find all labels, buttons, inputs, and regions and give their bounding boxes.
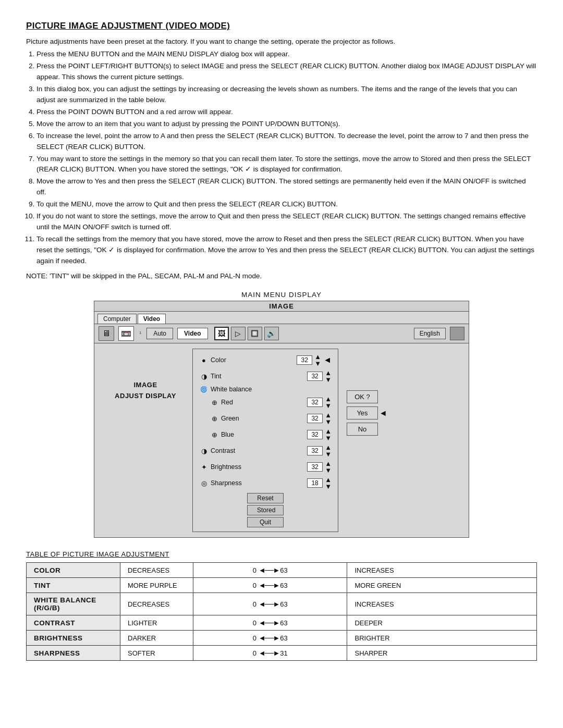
- red-arrows[interactable]: ▲▼: [325, 396, 332, 409]
- yes-arrow: ◄: [379, 409, 387, 418]
- tint-right: MORE GREEN: [347, 578, 537, 593]
- step-10: If you do not want to store the settings…: [36, 211, 537, 233]
- adjustment-table: COLOR DECREASES 0 ◄──► 63 INCREASES TINT…: [26, 562, 537, 661]
- tint-label: Tint: [211, 373, 305, 380]
- table-title: TABLE OF PICTURE IMAGE ADJUSTMENT: [26, 550, 537, 558]
- color-range: 0 ◄──► 63: [193, 563, 347, 578]
- sharpness-row: ◎ Sharpness 18 ▲▼: [199, 476, 332, 490]
- red-value: 32: [307, 398, 323, 407]
- contrast-icon: ◑: [199, 447, 209, 455]
- diagram-title: MAIN MENU DISPLAY: [241, 291, 322, 299]
- color-arrows[interactable]: ▲▼: [314, 353, 321, 367]
- blue-icon: ⊕: [210, 431, 219, 439]
- green-label: Green: [221, 415, 305, 422]
- wb-label-cell: WHITE BALANCE (R/G/B): [27, 593, 120, 615]
- auto-button[interactable]: Auto: [146, 328, 173, 339]
- tint-icon: ◑: [199, 373, 209, 380]
- yes-box[interactable]: Yes: [347, 406, 378, 419]
- table-row: BRIGHTNESS DARKER 0 ◄──► 63 BRIGHTER: [27, 631, 537, 646]
- step-6: To increase the level, point the arrow t…: [36, 131, 537, 153]
- contrast-range: 0 ◄──► 63: [193, 615, 347, 631]
- contrast-label-cell: CONTRAST: [27, 615, 120, 631]
- brightness-arrows[interactable]: ▲▼: [325, 460, 332, 474]
- display-icon[interactable]: ▷: [231, 327, 246, 340]
- toolbar-english[interactable]: English: [414, 328, 446, 339]
- tint-label-cell: TINT: [27, 578, 120, 593]
- quit-button[interactable]: Quit: [247, 517, 284, 527]
- table-row: COLOR DECREASES 0 ◄──► 63 INCREASES: [27, 563, 537, 578]
- panel-buttons: Reset Stored Quit: [199, 493, 332, 527]
- red-label: Red: [221, 399, 305, 406]
- contrast-value: 32: [307, 446, 323, 455]
- ok-box: OK ?: [347, 390, 378, 403]
- color-left: DECREASES: [120, 563, 193, 578]
- wb-left: DECREASES: [120, 593, 193, 615]
- sharpness-icon: ◎: [199, 479, 209, 487]
- green-icon: ⊕: [210, 415, 219, 423]
- brightness-label-cell: BRIGHTNESS: [27, 631, 120, 646]
- contrast-row: ◑ Contrast 32 ▲▼: [199, 444, 332, 458]
- color-right: INCREASES: [347, 563, 537, 578]
- stored-button[interactable]: Stored: [247, 505, 284, 515]
- tint-value: 32: [307, 372, 323, 381]
- monitor-icon: 🖥: [99, 326, 114, 341]
- color-label: Color: [211, 356, 295, 364]
- tint-range: 0 ◄──► 63: [193, 578, 347, 593]
- color-value: 32: [297, 355, 312, 365]
- blue-arrows[interactable]: ▲▼: [325, 428, 332, 441]
- contrast-arrows[interactable]: ▲▼: [325, 444, 332, 458]
- brightness-value: 32: [307, 462, 323, 472]
- tint-row: ◑ Tint 32 ▲▼: [199, 369, 332, 383]
- color-select-arrow: ◄: [323, 355, 332, 365]
- image-icon[interactable]: 🖼: [214, 327, 229, 340]
- video-icon: 📼: [118, 326, 134, 341]
- step-1: Press the MENU BUTTON and the MAIN MENU …: [36, 49, 537, 60]
- sharpness-range: 0 ◄──► 31: [193, 646, 347, 661]
- menu-body: IMAGEADJUST DISPLAY ● Color 32 ▲▼ ◄ ◑ Ti…: [94, 343, 469, 537]
- brightness-row: ✦ Brightness 32 ▲▼: [199, 460, 332, 474]
- contrast-right: DEEPER: [347, 615, 537, 631]
- adjust-panel: ● Color 32 ▲▼ ◄ ◑ Tint 32 ▲▼ 🌀 White bal…: [192, 349, 338, 532]
- diagram-image-label: IMAGE: [269, 302, 294, 310]
- red-icon: ⊕: [210, 399, 219, 406]
- green-value: 32: [307, 414, 323, 423]
- superscript-1: ¹: [138, 330, 142, 338]
- ok-panel: OK ? Yes ◄ No: [347, 349, 387, 532]
- brightness-right: BRIGHTER: [347, 631, 537, 646]
- step-5: Move the arrow to an item that you want …: [36, 119, 537, 130]
- table-row: TINT MORE PURPLE 0 ◄──► 63 MORE GREEN: [27, 578, 537, 593]
- no-box[interactable]: No: [347, 423, 378, 436]
- step-9: To quit the MENU, move the arrow to Quit…: [36, 199, 537, 210]
- color-icon: ●: [199, 356, 209, 364]
- last-icon: [450, 327, 464, 340]
- main-menu-outer: IMAGE Computer Video 🖥 📼 ¹ Auto Video 🖼 …: [94, 301, 469, 538]
- step-4: Press the POINT DOWN BUTTON and a red ar…: [36, 107, 537, 118]
- blue-value: 32: [307, 430, 323, 439]
- step-8: Move the arrow to Yes and then press the…: [36, 176, 537, 198]
- red-row: ⊕ Red 32 ▲▼: [210, 396, 332, 409]
- tab-computer[interactable]: Computer: [97, 314, 137, 324]
- sharpness-label: Sharpness: [211, 479, 305, 487]
- wb-right: INCREASES: [347, 593, 537, 615]
- steps-list: Press the MENU BUTTON and the MAIN MENU …: [36, 49, 537, 267]
- color-row: ● Color 32 ▲▼ ◄: [199, 353, 332, 367]
- sharpness-right: SHARPER: [347, 646, 537, 661]
- brightness-left: DARKER: [120, 631, 193, 646]
- wb-icon: 🌀: [199, 386, 209, 393]
- page-title: PICTURE IMAGE ADJUSTMENT (VIDEO MODE): [26, 21, 537, 31]
- reset-button[interactable]: Reset: [247, 493, 284, 503]
- projector-icon[interactable]: 🔲: [248, 327, 262, 340]
- tint-arrows[interactable]: ▲▼: [325, 369, 332, 383]
- diagram-section: MAIN MENU DISPLAY IMAGE Computer Video 🖥…: [26, 291, 537, 538]
- sharpness-value: 18: [307, 478, 323, 488]
- image-adjust-label: IMAGEADJUST DISPLAY: [99, 349, 192, 532]
- green-arrows[interactable]: ▲▼: [325, 412, 332, 425]
- step-11: To recall the settings from the memory t…: [36, 234, 537, 267]
- video-button[interactable]: Video: [177, 328, 207, 339]
- speaker-icon[interactable]: 🔊: [264, 327, 279, 340]
- sharpness-arrows[interactable]: ▲▼: [325, 476, 332, 490]
- table-row: WHITE BALANCE (R/G/B) DECREASES 0 ◄──► 6…: [27, 593, 537, 615]
- contrast-label: Contrast: [211, 447, 305, 454]
- tab-video[interactable]: Video: [138, 314, 166, 324]
- green-row: ⊕ Green 32 ▲▼: [210, 412, 332, 425]
